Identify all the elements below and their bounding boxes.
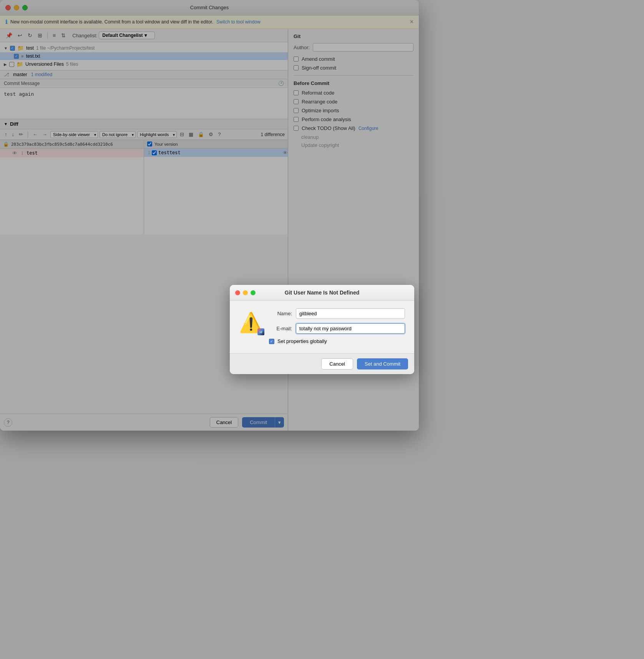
- modal-max-button[interactable]: [251, 290, 256, 295]
- modal-form: Name: E-mail: Set properties globally: [269, 308, 405, 346]
- set-globally-checkbox[interactable]: [269, 339, 274, 344]
- modal-title: Git User Name Is Not Defined: [285, 290, 360, 296]
- name-input[interactable]: [296, 308, 405, 319]
- ij-badge: IJ: [257, 328, 264, 335]
- email-input[interactable]: [296, 323, 405, 334]
- modal-icon-area: ⚠️ IJ: [239, 308, 263, 346]
- modal-overlay[interactable]: Git User Name Is Not Defined ⚠️ IJ Name:…: [0, 0, 419, 431]
- modal-cancel-button[interactable]: Cancel: [321, 358, 353, 369]
- name-row: Name:: [269, 308, 405, 319]
- name-label: Name:: [269, 311, 292, 316]
- modal-title-bar: Git User Name Is Not Defined: [230, 285, 414, 301]
- modal-dialog: Git User Name Is Not Defined ⚠️ IJ Name:…: [230, 285, 414, 374]
- modal-min-button[interactable]: [243, 290, 248, 295]
- set-globally-label: Set properties globally: [277, 338, 327, 344]
- modal-set-commit-button[interactable]: Set and Commit: [357, 358, 408, 369]
- modal-close-button[interactable]: [235, 290, 240, 295]
- email-row: E-mail:: [269, 323, 405, 334]
- warning-icon-container: ⚠️ IJ: [239, 311, 263, 334]
- email-label: E-mail:: [269, 326, 292, 331]
- modal-buttons: Cancel Set and Commit: [230, 353, 414, 374]
- modal-body: ⚠️ IJ Name: E-mail: Set properties globa…: [230, 301, 414, 353]
- modal-traffic-lights: [235, 290, 256, 295]
- set-globally-row: Set properties globally: [269, 338, 405, 344]
